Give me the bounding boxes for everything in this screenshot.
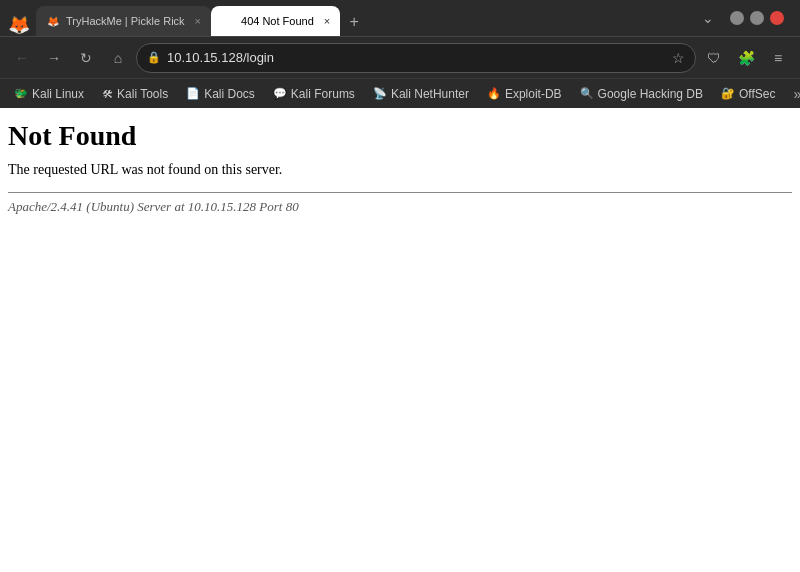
- server-info: Apache/2.4.41 (Ubuntu) Server at 10.10.1…: [8, 199, 792, 215]
- forward-button[interactable]: →: [40, 44, 68, 72]
- bookmark-kali-tools-label: Kali Tools: [117, 87, 168, 101]
- tab1-label: TryHackMe | Pickle Rick: [66, 15, 185, 27]
- bookmark-kali-tools[interactable]: 🛠 Kali Tools: [94, 85, 176, 103]
- exploit-db-favicon-icon: 🔥: [487, 87, 501, 100]
- kali-forums-favicon-icon: 💬: [273, 87, 287, 100]
- star-bookmark-icon[interactable]: ☆: [672, 50, 685, 66]
- kali-linux-favicon-icon: 🐲: [14, 87, 28, 100]
- tab2-close-icon[interactable]: ×: [324, 15, 330, 27]
- bookmark-kali-forums[interactable]: 💬 Kali Forums: [265, 85, 363, 103]
- security-icon: 🔒: [147, 51, 161, 64]
- minimize-button[interactable]: [730, 11, 744, 25]
- tab-list-button[interactable]: ⌄: [694, 4, 722, 32]
- page-content: Not Found The requested URL was not foun…: [0, 108, 800, 572]
- maximize-button[interactable]: [750, 11, 764, 25]
- tab2-label: 404 Not Found: [241, 15, 314, 27]
- bookmark-kali-docs-label: Kali Docs: [204, 87, 255, 101]
- kali-tools-favicon-icon: 🛠: [102, 88, 113, 100]
- home-button[interactable]: ⌂: [104, 44, 132, 72]
- back-button[interactable]: ←: [8, 44, 36, 72]
- google-hacking-favicon-icon: 🔍: [580, 87, 594, 100]
- navigation-bar: ← → ↻ ⌂ 🔒 10.10.15.128/login ☆ 🛡 🧩 ≡: [0, 36, 800, 78]
- title-bar: 🦊 🦊 TryHackMe | Pickle Rick × 404 Not Fo…: [0, 0, 800, 36]
- title-bar-right: ⌄: [694, 4, 792, 32]
- bookmark-exploit-db-label: Exploit-DB: [505, 87, 562, 101]
- bookmark-kali-linux-label: Kali Linux: [32, 87, 84, 101]
- bookmark-offsec-label: OffSec: [739, 87, 775, 101]
- shield-icon[interactable]: 🛡: [700, 44, 728, 72]
- bookmarks-overflow-button[interactable]: »: [785, 84, 800, 104]
- bookmark-kali-nethunter[interactable]: 📡 Kali NetHunter: [365, 85, 477, 103]
- window-controls: [730, 11, 784, 25]
- reload-button[interactable]: ↻: [72, 44, 100, 72]
- divider: [8, 192, 792, 193]
- bookmark-google-hacking-db[interactable]: 🔍 Google Hacking DB: [572, 85, 711, 103]
- bookmark-google-hacking-db-label: Google Hacking DB: [598, 87, 703, 101]
- address-bar-right: ☆: [672, 50, 685, 66]
- new-tab-button[interactable]: +: [340, 8, 368, 36]
- kali-docs-favicon-icon: 📄: [186, 87, 200, 100]
- close-button[interactable]: [770, 11, 784, 25]
- page-title: Not Found: [8, 120, 792, 152]
- nav-right-controls: 🛡 🧩 ≡: [700, 44, 792, 72]
- firefox-logo-icon: 🦊: [8, 14, 30, 36]
- bookmark-kali-linux[interactable]: 🐲 Kali Linux: [6, 85, 92, 103]
- tab2-favicon-icon: [221, 14, 235, 28]
- browser-chrome: 🦊 🦊 TryHackMe | Pickle Rick × 404 Not Fo…: [0, 0, 800, 108]
- bookmark-kali-forums-label: Kali Forums: [291, 87, 355, 101]
- bookmark-kali-nethunter-label: Kali NetHunter: [391, 87, 469, 101]
- offsec-favicon-icon: 🔐: [721, 87, 735, 100]
- address-bar[interactable]: 🔒 10.10.15.128/login ☆: [136, 43, 696, 73]
- page-description: The requested URL was not found on this …: [8, 162, 792, 178]
- bookmark-kali-docs[interactable]: 📄 Kali Docs: [178, 85, 263, 103]
- extensions-icon[interactable]: 🧩: [732, 44, 760, 72]
- menu-button[interactable]: ≡: [764, 44, 792, 72]
- tab-404[interactable]: 404 Not Found ×: [211, 6, 340, 36]
- tab1-favicon-icon: 🦊: [46, 14, 60, 28]
- url-text: 10.10.15.128/login: [167, 50, 274, 65]
- tab-tryhackme[interactable]: 🦊 TryHackMe | Pickle Rick ×: [36, 6, 211, 36]
- tab-bar: 🦊 🦊 TryHackMe | Pickle Rick × 404 Not Fo…: [8, 0, 694, 36]
- bookmark-offsec[interactable]: 🔐 OffSec: [713, 85, 783, 103]
- tab1-close-icon[interactable]: ×: [195, 15, 201, 27]
- kali-nethunter-favicon-icon: 📡: [373, 87, 387, 100]
- bookmark-exploit-db[interactable]: 🔥 Exploit-DB: [479, 85, 570, 103]
- bookmarks-bar: 🐲 Kali Linux 🛠 Kali Tools 📄 Kali Docs 💬 …: [0, 78, 800, 108]
